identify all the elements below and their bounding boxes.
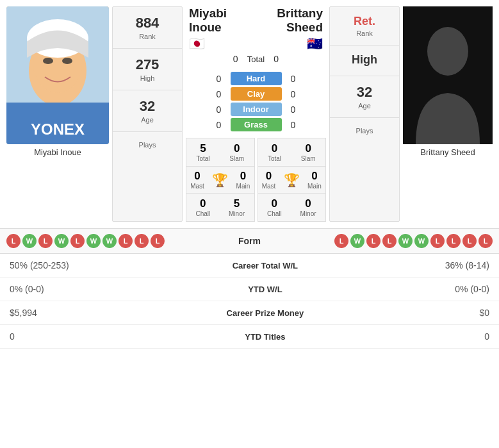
- player2-image: [403, 6, 493, 144]
- career-wl-label: Career Total W/L: [164, 254, 366, 278]
- player-comparison: YONEX Miyabi Inoue 884 Rank 275 High 32 …: [0, 0, 499, 228]
- player1-stats-box: 884 Rank 275 High 32 Age Plays: [112, 6, 183, 222]
- p1-minor-lbl: Minor: [229, 210, 245, 217]
- player1-bottom-stats: 5 Total 0 Slam 0 Mast 🏆: [186, 138, 255, 222]
- form-badge-w: W: [54, 234, 69, 248]
- p1-career-wl: 50% (250-253): [0, 254, 164, 278]
- player2-rank-label: Rank: [333, 29, 396, 37]
- player1-flag: 🇯🇵: [189, 36, 251, 51]
- player1-photo-section: YONEX Miyabi Inoue: [6, 6, 109, 222]
- player2-name-below: Brittany Sheed: [403, 144, 493, 160]
- player2-high-value: High: [333, 53, 396, 67]
- p2-slam-lbl: Slam: [301, 155, 316, 162]
- player2-high-block: High: [330, 46, 399, 76]
- form-badge-w: W: [350, 234, 364, 248]
- player2-plays-label: Plays: [333, 127, 396, 135]
- form-badge-w: W: [102, 234, 117, 248]
- player2-stats-box: Ret. Rank High 32 Age Plays: [329, 6, 400, 222]
- form-label: Form: [238, 236, 261, 246]
- p1-main-val: 0: [236, 170, 250, 183]
- form-badge-l: L: [462, 234, 477, 248]
- form-badge-l: L: [119, 234, 133, 248]
- form-section: LWLWLWWLLL Form LWLLWWLLLL: [0, 228, 499, 254]
- player2-age-label: Age: [333, 102, 396, 110]
- p2-trophy-icon: 🏆: [284, 172, 300, 188]
- player1-plays-label: Plays: [116, 141, 179, 149]
- player2-name-text: Brittany Sheed: [251, 6, 323, 35]
- form-badge-l: L: [366, 234, 380, 248]
- p2-minor-lbl: Minor: [300, 210, 316, 217]
- p2-mast-lbl: Mast: [262, 183, 276, 190]
- p2-chall-val: 0: [267, 197, 282, 210]
- grass-p2: 0: [287, 120, 300, 130]
- indoor-p2: 0: [287, 104, 300, 115]
- titles-label: YTD Titles: [164, 325, 366, 349]
- player1-high-value: 275: [116, 56, 179, 73]
- p2-main-lbl: Main: [307, 183, 322, 190]
- player1-age-value: 32: [116, 98, 179, 115]
- player2-flag: 🇦🇺: [251, 36, 323, 51]
- player2-photo-section: Brittany Sheed: [403, 6, 493, 222]
- player1-age-label: Age: [116, 116, 179, 124]
- p1-main-lbl: Main: [236, 183, 250, 190]
- p1-trophy-icon: 🏆: [212, 172, 228, 188]
- hard-btn: Hard: [231, 72, 282, 85]
- player2-rank-block: Ret. Rank: [330, 7, 399, 46]
- clay-row: 0 Clay 0: [186, 87, 326, 101]
- total-row: 0 Total 0: [186, 54, 326, 64]
- p1-slam-lbl: Slam: [229, 155, 244, 162]
- p2-mast-val: 0: [262, 170, 276, 183]
- form-badge-w: W: [414, 234, 429, 248]
- hard-p1: 0: [213, 74, 225, 84]
- player1-rank-value: 884: [116, 15, 179, 31]
- p1-mast-lbl: Mast: [190, 183, 204, 190]
- player2-name-top: Brittany Sheed 🇦🇺: [251, 6, 323, 51]
- clay-p2: 0: [287, 89, 300, 99]
- hard-row: 0 Hard 0: [186, 72, 326, 85]
- p2-slam-val: 0: [301, 142, 316, 155]
- player2-rank-value: Ret.: [333, 15, 396, 28]
- total-p2-score: 0: [270, 54, 282, 64]
- indoor-btn: Indoor: [231, 103, 282, 116]
- p1-mast-val: 0: [190, 170, 204, 183]
- player1-name-top: Miyabi Inoue 🇯🇵: [189, 6, 251, 51]
- form-badge-l: L: [38, 234, 53, 248]
- player1-image: YONEX: [6, 6, 109, 144]
- p2-chall-lbl: Chall: [267, 210, 282, 217]
- surface-rows: 0 Hard 0 0 Clay 0 0 Indoor 0 0 Grass: [186, 72, 326, 131]
- svg-point-3: [43, 58, 53, 64]
- svg-point-9: [427, 27, 468, 76]
- player2-silhouette-svg: [403, 6, 493, 144]
- form-badge-l: L: [334, 234, 348, 248]
- player2-plays-block: Plays: [330, 118, 399, 142]
- clay-btn: Clay: [231, 87, 282, 101]
- player2-bottom-stats: 0 Total 0 Slam 0 Mast 🏆: [258, 138, 327, 222]
- form-badge-l: L: [70, 234, 85, 248]
- p1-prize: $5,994: [0, 301, 164, 325]
- grass-p1: 0: [213, 120, 225, 130]
- form-badge-l: L: [430, 234, 445, 248]
- career-wl-row: 50% (250-253) Career Total W/L 36% (8-14…: [0, 254, 499, 278]
- player2-age-block: 32 Age: [330, 76, 399, 118]
- form-badge-w: W: [86, 234, 101, 248]
- player1-high-block: 275 High: [113, 49, 182, 90]
- player1-high-label: High: [116, 74, 179, 82]
- prize-label: Career Prize Money: [164, 301, 366, 325]
- p1-slam-val: 0: [229, 142, 244, 155]
- p2-ytd-wl: 0% (0-0): [366, 278, 499, 301]
- p1-ytd-wl: 0% (0-0): [0, 278, 164, 301]
- p1-chall-lbl: Chall: [195, 210, 210, 217]
- player1-name-below: Miyabi Inoue: [6, 144, 109, 160]
- player1-name-text: Miyabi Inoue: [189, 6, 251, 35]
- main-container: YONEX Miyabi Inoue 884 Rank 275 High 32 …: [0, 0, 499, 349]
- player1-rank-label: Rank: [116, 33, 179, 40]
- total-p1-score: 0: [229, 54, 242, 64]
- form-badge-l: L: [6, 234, 20, 248]
- total-label: Total: [247, 54, 265, 64]
- p1-minor-val: 5: [229, 197, 245, 210]
- p2-titles: 0: [366, 325, 499, 349]
- grass-row: 0 Grass 0: [186, 118, 326, 131]
- form-badge-l: L: [135, 234, 149, 248]
- ytd-wl-label: YTD W/L: [164, 278, 366, 301]
- prize-row: $5,994 Career Prize Money $0: [0, 301, 499, 325]
